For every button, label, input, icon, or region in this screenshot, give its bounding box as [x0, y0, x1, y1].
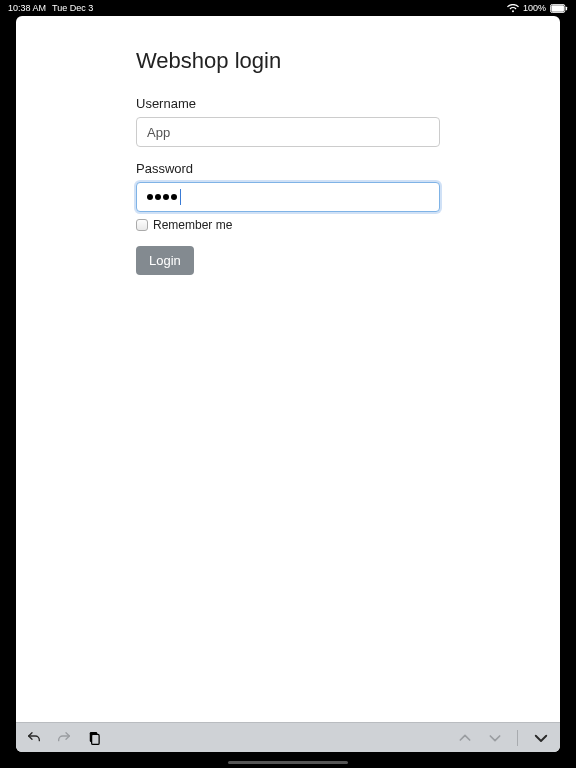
- svg-rect-2: [566, 6, 567, 10]
- chevron-down-icon[interactable]: [487, 730, 503, 746]
- keyboard-toolbar: [16, 722, 560, 752]
- login-button[interactable]: Login: [136, 246, 194, 275]
- status-bar: 10:38 AM Tue Dec 3 100%: [0, 0, 576, 16]
- password-input[interactable]: [136, 182, 440, 212]
- app-area: Webshop login Username Password Remember…: [16, 16, 560, 752]
- wifi-icon: [507, 4, 519, 13]
- remember-checkbox[interactable]: [136, 219, 148, 231]
- status-date: Tue Dec 3: [52, 3, 93, 13]
- login-form: Webshop login Username Password Remember…: [16, 16, 560, 722]
- username-label: Username: [136, 96, 440, 111]
- username-input[interactable]: [136, 117, 440, 147]
- chevron-up-icon[interactable]: [457, 730, 473, 746]
- remember-label: Remember me: [153, 218, 232, 232]
- clipboard-icon[interactable]: [86, 729, 101, 746]
- svg-rect-1: [551, 5, 564, 11]
- svg-rect-4: [92, 734, 100, 744]
- dismiss-keyboard-icon[interactable]: [532, 729, 550, 747]
- text-cursor: [180, 189, 181, 205]
- device-frame: 10:38 AM Tue Dec 3 100% Webshop login Us…: [0, 0, 576, 768]
- battery-pct: 100%: [523, 3, 546, 13]
- status-time: 10:38 AM: [8, 3, 46, 13]
- page-title: Webshop login: [136, 48, 440, 74]
- toolbar-divider: [517, 730, 518, 746]
- battery-icon: [550, 4, 568, 13]
- home-indicator: [228, 761, 348, 764]
- password-dots: [147, 183, 181, 211]
- undo-icon[interactable]: [26, 730, 42, 746]
- redo-icon[interactable]: [56, 730, 72, 746]
- password-label: Password: [136, 161, 440, 176]
